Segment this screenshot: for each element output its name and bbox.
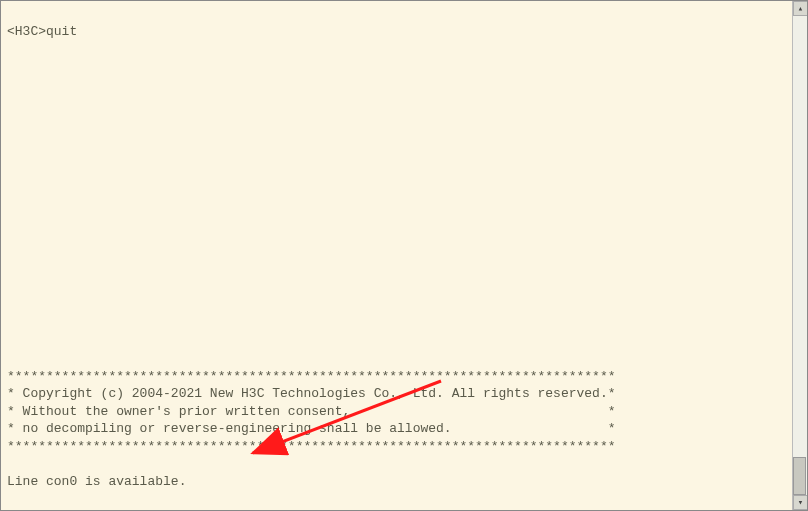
terminal-output[interactable]: <H3C>quit ******************************… [1,1,791,510]
banner-border-bottom: ****************************************… [7,439,616,454]
scroll-thumb[interactable] [793,457,806,495]
blank-space [7,40,785,350]
vertical-scrollbar[interactable]: ▴ ▾ [792,1,807,510]
banner-border-top: ****************************************… [7,369,616,384]
consent-text: * Without the owner's prior written cons… [7,404,616,419]
scroll-down-button[interactable]: ▾ [793,495,808,510]
chevron-down-icon: ▾ [798,497,803,508]
line-available-text: Line con0 is available. [7,474,186,489]
prompt-quit: <H3C>quit [7,24,77,39]
scroll-up-button[interactable]: ▴ [793,1,808,16]
press-enter-text: Press ENTER to get started. [7,509,218,510]
chevron-up-icon: ▴ [798,3,803,14]
decompile-text: * no decompiling or reverse-engineering … [7,421,616,436]
scroll-track[interactable] [793,16,807,495]
copyright-text: * Copyright (c) 2004-2021 New H3C Techno… [7,386,616,401]
